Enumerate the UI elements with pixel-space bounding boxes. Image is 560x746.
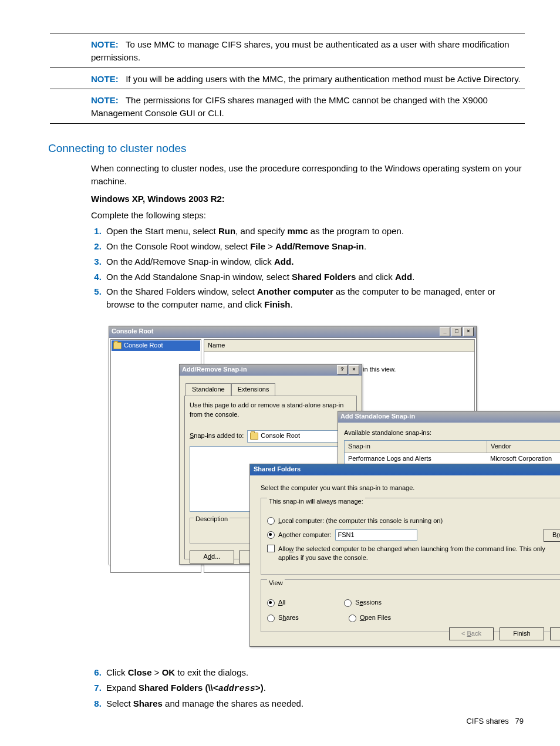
step-8: Select Shares and manage the shares as n… — [104, 697, 525, 710]
mmc-screenshot: Console Root _ □ × Console Root Name The… — [109, 326, 560, 649]
radio-sessions[interactable]: Sessions — [344, 598, 382, 607]
radio-icon — [344, 599, 352, 607]
step-5: On the Shared Folders window, select Ano… — [104, 285, 525, 311]
win-version: Windows XP, Windows 2003 R2: — [91, 193, 525, 205]
radio-local[interactable]: Local computer: (the computer this conso… — [267, 517, 560, 526]
close-icon[interactable]: × — [349, 365, 359, 374]
tab-standalone[interactable]: Standalone — [185, 383, 231, 396]
col-snapin[interactable]: Snap-in — [345, 441, 487, 453]
radio-another[interactable]: Another computer: FSN1 Browse... — [267, 529, 560, 542]
col-vendor[interactable]: Vendor — [487, 441, 560, 453]
step-2: On the Console Root window, select File … — [104, 240, 525, 253]
maximize-icon[interactable]: □ — [451, 327, 462, 336]
list-column-name[interactable]: Name — [204, 340, 474, 352]
step-4: On the Add Standalone Snap-in window, se… — [104, 271, 525, 283]
page-footer: CIFS shares 79 — [466, 716, 524, 727]
note-label: NOTE: — [91, 74, 119, 84]
shared-folders-window: Shared Folders × Select the computer you… — [249, 464, 560, 647]
step-3: On the Add/Remove Snap-in window, click … — [104, 255, 525, 268]
step-6: Click Close > OK to exit the dialogs. — [104, 666, 525, 679]
back-button[interactable]: < Back — [449, 627, 494, 640]
note-text: To use MMC to manage CIFS shares, you mu… — [91, 39, 510, 62]
radio-icon — [267, 599, 275, 607]
note-1: NOTE: To use MMC to manage CIFS shares, … — [91, 38, 525, 64]
note-text: If you will be adding users with the MMC… — [126, 74, 521, 84]
window-title: Add Standalone Snap-in — [340, 412, 415, 421]
step-7: Expand Shared Folders (\\<address>). — [104, 681, 525, 696]
addremove-titlebar[interactable]: Add/Remove Snap-in ? × — [180, 364, 362, 376]
fs2-title: View — [267, 579, 285, 588]
step-1: Open the Start menu, select Run, and spe… — [104, 225, 525, 238]
section-title: Connecting to cluster nodes — [48, 140, 525, 157]
folder-icon — [250, 433, 258, 440]
note-label: NOTE: — [91, 95, 119, 105]
note-3: NOTE: The permissions for CIFS shares ma… — [91, 94, 525, 120]
select-label: Select the computer you want this snap-i… — [261, 484, 560, 493]
tab-extensions[interactable]: Extensions — [231, 383, 276, 396]
hint-text: Use this page to add or remove a stand-a… — [190, 401, 352, 420]
help-icon[interactable]: ? — [337, 365, 348, 374]
radio-icon — [267, 615, 275, 622]
window-title: Console Root — [112, 327, 154, 336]
radio-icon — [349, 615, 356, 622]
snapins-label: Snap-ins added to: — [190, 431, 244, 441]
description-label: Description — [194, 515, 230, 524]
console-root-titlebar[interactable]: Console Root _ □ × — [109, 326, 476, 337]
allow-change-checkbox[interactable]: Allow the selected computer to be change… — [267, 545, 560, 563]
add-button[interactable]: Add... — [190, 551, 234, 563]
snapins-combo[interactable]: Console Root ▼ — [247, 430, 352, 443]
cancel-button[interactable]: Cancel — [550, 627, 560, 640]
computer-name-input[interactable]: FSN1 — [335, 529, 417, 541]
radio-icon — [267, 517, 275, 525]
tree-item-console-root[interactable]: Console Root — [112, 340, 200, 351]
window-title: Shared Folders — [254, 465, 301, 474]
available-label: Available standalone snap-ins: — [344, 428, 560, 438]
folder-icon — [113, 342, 122, 349]
note-label: NOTE: — [91, 39, 119, 49]
complete: Complete the following steps: — [91, 209, 525, 222]
list-item[interactable]: Performance Logs and AlertsMicrosoft Cor… — [345, 453, 560, 465]
window-title: Add/Remove Snap-in — [182, 365, 247, 374]
finish-button[interactable]: Finish — [500, 627, 544, 640]
close-icon[interactable]: × — [463, 327, 474, 336]
radio-shares[interactable]: Shares — [267, 613, 299, 623]
sharedf-titlebar[interactable]: Shared Folders × — [250, 464, 560, 475]
note-text: The permissions for CIFS shares managed … — [91, 95, 488, 118]
minimize-icon[interactable]: _ — [440, 327, 450, 336]
fs1-title: This snap-in will always manage: — [267, 497, 365, 507]
radio-openfiles[interactable]: Open Files — [349, 613, 391, 623]
steps-list-2: Click Close > OK to exit the dialogs. Ex… — [91, 666, 525, 710]
note-2: NOTE: If you will be adding users with t… — [91, 73, 525, 86]
radio-all[interactable]: All — [267, 598, 285, 607]
checkbox-icon — [267, 545, 275, 552]
radio-icon — [267, 531, 275, 539]
intro: When connecting to cluster nodes, use th… — [91, 162, 525, 188]
steps-list: Open the Start menu, select Run, and spe… — [91, 225, 525, 311]
addstd-titlebar[interactable]: Add Standalone Snap-in ? × — [338, 411, 560, 423]
browse-button[interactable]: Browse... — [544, 529, 560, 542]
